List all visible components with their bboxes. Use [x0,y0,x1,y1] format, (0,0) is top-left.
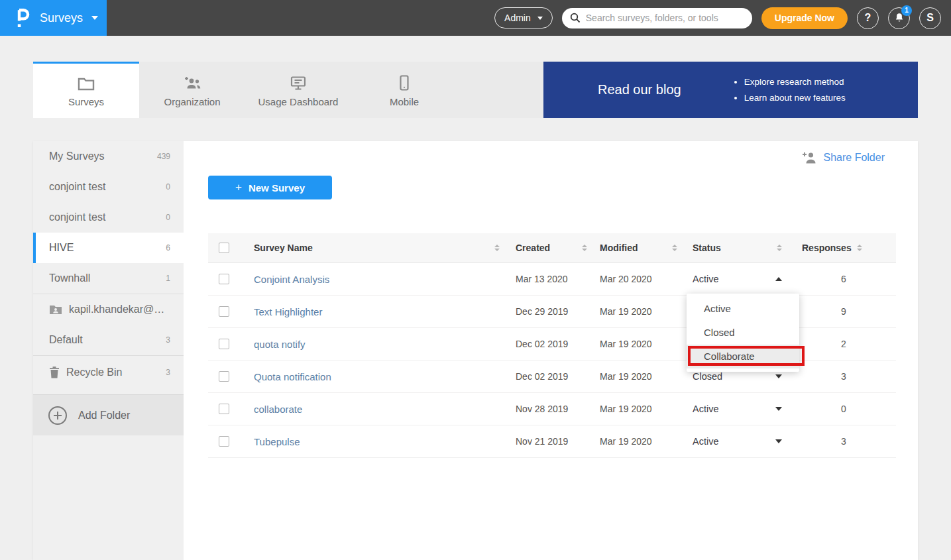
app-menu-label: Surveys [40,11,83,25]
sidebar-item-my-surveys[interactable]: My Surveys 439 [33,141,184,172]
status-dropdown-trigger[interactable]: Closed [683,371,791,382]
folder-count: 1 [166,274,170,283]
status-value: Active [693,436,719,447]
sort-icon[interactable] [857,245,862,251]
status-option-collaborate[interactable]: Collaborate [687,345,799,368]
sort-icon[interactable] [494,245,500,251]
row-checkbox[interactable] [219,404,229,414]
created-date: Dec 02 2019 [516,371,568,382]
sidebar-item-hive[interactable]: HIVE 6 [33,233,184,263]
folder-label: My Surveys [49,150,157,162]
sidebar-item-conjoint-test-1[interactable]: conjoint test 0 [33,172,184,202]
row-checkbox[interactable] [219,306,229,317]
shared-folder-icon [49,304,62,315]
created-date: Nov 21 2019 [516,436,568,447]
chevron-up-icon [775,277,782,281]
tab-mobile[interactable]: Mobile [351,62,457,118]
upgrade-now-button[interactable]: Upgrade Now [761,7,848,29]
add-people-icon [182,75,202,91]
column-header-modified[interactable]: Modified [592,243,683,253]
search-input[interactable] [586,13,744,23]
sidebar-item-recycle-bin[interactable]: Recycle Bin 3 [33,356,184,389]
topbar: Surveys Admin Upgrade Now ? [0,0,951,36]
sidebar-item-shared-account[interactable]: kapil.khandekar@que… [33,294,184,325]
survey-name-link[interactable]: quota notify [254,339,306,350]
status-option-closed[interactable]: Closed [687,321,799,345]
column-label: Survey Name [254,243,313,253]
status-dropdown-trigger[interactable]: Active [683,274,791,284]
survey-name-link[interactable]: Quota notification [254,371,331,382]
responses-count: 6 [802,274,846,284]
created-date: Mar 13 2020 [516,274,568,284]
responses-count: 0 [802,404,846,414]
sidebar-item-default[interactable]: Default 3 [33,325,184,355]
modified-date: Mar 19 2020 [600,436,652,447]
tab-usage-dashboard[interactable]: Usage Dashboard [245,62,351,118]
column-header-status[interactable]: Status [683,243,791,253]
sort-icon[interactable] [672,245,677,251]
folder-count: 6 [166,243,170,252]
sidebar-item-conjoint-test-2[interactable]: conjoint test 0 [33,202,184,233]
table-row: Conjoint Analysis Mar 13 2020 Mar 20 202… [208,263,896,296]
folder-icon [78,75,95,91]
add-person-icon [801,151,817,164]
tab-label: Organization [164,96,220,107]
table-row: collaborate Nov 28 2019 Mar 19 2020 Acti… [208,393,896,425]
add-folder-button[interactable]: Add Folder [33,394,184,435]
column-header-responses[interactable]: Responses [791,243,896,253]
plus-circle-icon [48,406,68,425]
modified-date: Mar 19 2020 [600,306,652,317]
role-dropdown[interactable]: Admin [494,7,553,28]
select-all-checkbox[interactable] [219,243,229,253]
notifications-button[interactable]: 1 [888,7,910,29]
add-folder-label: Add Folder [78,410,130,421]
sidebar-item-townhall[interactable]: Townhall 1 [33,263,184,294]
avatar-initial: S [926,12,934,24]
tab-organization[interactable]: Organization [139,62,245,118]
status-dropdown-menu: Active Closed Collaborate [687,294,799,372]
status-value: Closed [693,371,722,382]
question-mark-icon: ? [865,12,871,24]
status-option-active[interactable]: Active [687,297,799,321]
share-folder-link[interactable]: Share Folder [801,151,885,164]
chevron-down-icon [775,407,782,411]
blog-banner[interactable]: Read our blog Explore research method Le… [543,62,918,118]
sort-icon[interactable] [582,245,587,251]
survey-name-link[interactable]: Text Highlighter [254,306,322,317]
new-survey-label: New Survey [249,182,305,194]
row-checkbox[interactable] [219,339,229,349]
column-header-survey-name[interactable]: Survey Name [244,243,506,253]
app-switcher-menu[interactable]: Surveys [0,0,107,36]
table-header-row: Survey Name Created Modified Status Resp… [208,233,896,263]
folder-label: kapil.khandekar@que… [69,304,170,315]
chevron-down-icon [91,16,98,20]
responses-count: 3 [802,371,846,382]
search-icon [570,13,581,23]
row-checkbox[interactable] [219,371,229,382]
table-row: Tubepulse Nov 21 2019 Mar 19 2020 Active… [208,425,896,458]
row-checkbox[interactable] [219,274,229,284]
user-avatar[interactable]: S [919,7,941,29]
topbar-right: Admin Upgrade Now ? 1 [494,7,951,29]
survey-name-link[interactable]: Tubepulse [254,436,300,447]
survey-name-link[interactable]: Conjoint Analysis [254,274,329,285]
survey-name-link[interactable]: collaborate [254,404,302,415]
sort-icon[interactable] [777,245,782,251]
folder-count: 3 [166,368,170,377]
folder-label: conjoint test [49,181,166,193]
modified-date: Mar 19 2020 [600,404,652,414]
status-dropdown-trigger[interactable]: Active [683,436,791,447]
mobile-phone-icon [399,75,410,91]
global-search [562,8,752,28]
folder-count: 439 [157,152,170,161]
row-checkbox[interactable] [219,436,229,447]
status-dropdown-trigger[interactable]: Active [683,404,791,414]
help-button[interactable]: ? [857,7,879,29]
tabstrip-filler [457,62,543,118]
modified-date: Mar 19 2020 [600,339,652,349]
column-header-created[interactable]: Created [506,243,592,253]
tab-surveys[interactable]: Surveys [33,62,139,118]
new-survey-button[interactable]: + New Survey [208,176,332,199]
created-date: Dec 29 2019 [516,306,568,317]
tab-label: Mobile [390,96,419,107]
